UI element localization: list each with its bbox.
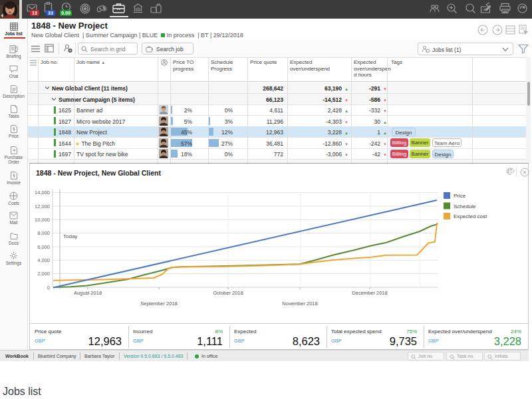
svg-text:October 2018: October 2018	[213, 290, 243, 296]
svg-text:Today: Today	[63, 233, 77, 239]
svg-text:10,000: 10,000	[35, 217, 50, 223]
svg-text:Schedule: Schedule	[454, 203, 476, 209]
svg-text:Price: Price	[454, 193, 466, 199]
svg-text:6,000: 6,000	[37, 244, 50, 250]
svg-text:12,000: 12,000	[35, 203, 50, 209]
svg-text:4,000: 4,000	[37, 257, 50, 263]
svg-text:8,000: 8,000	[37, 230, 50, 236]
svg-text:December 2018: December 2018	[352, 290, 387, 296]
svg-text:0: 0	[47, 285, 50, 291]
svg-text:14,000: 14,000	[35, 190, 50, 196]
svg-text:August 2018: August 2018	[74, 290, 102, 296]
svg-text:Expected cost: Expected cost	[454, 213, 487, 219]
svg-text:September 2018: September 2018	[140, 301, 177, 307]
svg-text:2,000: 2,000	[37, 271, 50, 277]
svg-text:November 2018: November 2018	[282, 301, 317, 307]
